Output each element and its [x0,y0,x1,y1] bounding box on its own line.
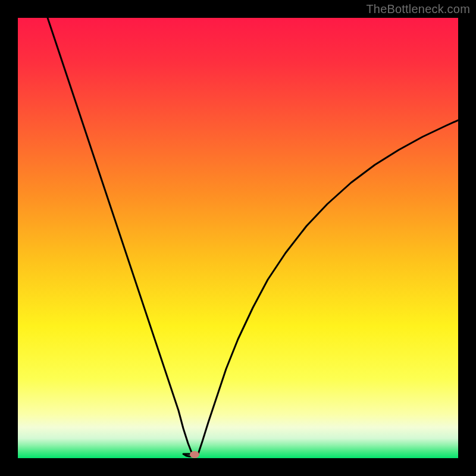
optimal-point-marker [190,451,199,458]
gradient-bg [18,18,458,458]
plot-area [18,18,458,458]
chart-frame [18,18,458,458]
chart-svg [18,18,458,458]
watermark-label: TheBottleneck.com [366,2,470,16]
